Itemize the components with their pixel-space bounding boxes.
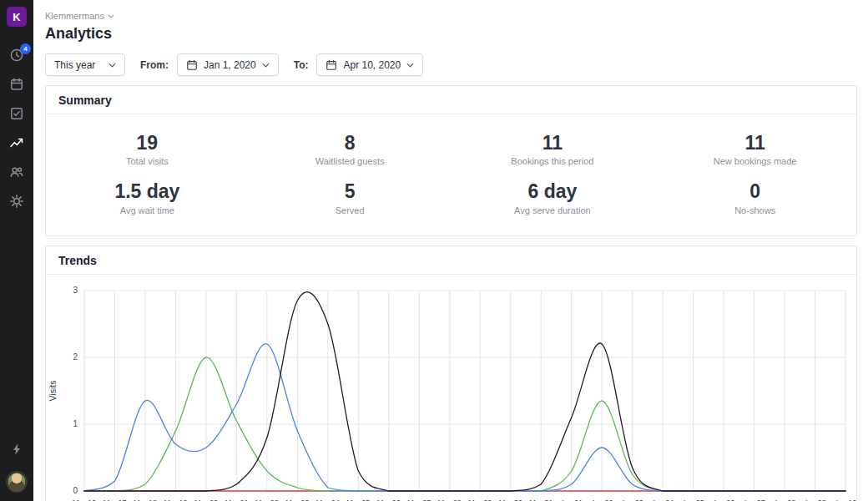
svg-text:Visits: Visits — [48, 380, 58, 401]
page-title: Analytics — [45, 25, 856, 43]
svg-text:Apr 08: Apr 08 — [774, 498, 796, 501]
sidebar-item-history[interactable]: 4 — [8, 48, 25, 65]
user-avatar[interactable] — [6, 471, 28, 493]
stat-total-visits: 19 Total visits — [46, 133, 249, 166]
svg-text:0: 0 — [73, 486, 78, 495]
svg-text:1: 1 — [73, 419, 78, 428]
svg-text:Mar 16: Mar 16 — [73, 498, 96, 501]
people-icon — [9, 164, 24, 183]
stat-waitlisted-guests: 8 Waitlisted guests — [249, 133, 452, 166]
trend-icon — [9, 135, 24, 154]
svg-text:Apr 02: Apr 02 — [591, 498, 613, 501]
trends-line-chart: 0123Mar 16Mar 17Mar 18Mar 19Mar 20Mar 21… — [46, 276, 856, 501]
summary-card: Summary 19 Total visits 8 Waitlisted gue… — [45, 85, 857, 236]
to-label: To: — [294, 59, 309, 71]
dark-series — [84, 291, 845, 490]
svg-text:Mar 24: Mar 24 — [316, 498, 340, 501]
main-content: Klemmermans Analytics This year From: Ja… — [33, 0, 868, 501]
sidebar-item-calendar[interactable] — [8, 78, 25, 94]
svg-text:Apr 05: Apr 05 — [682, 498, 704, 501]
sidebar-item-analytics[interactable] — [8, 136, 25, 153]
trends-card: Trends 0123Mar 16Mar 17Mar 18Mar 19Mar 2… — [45, 245, 857, 501]
chevron-down-icon — [108, 14, 114, 18]
svg-text:Apr 07: Apr 07 — [743, 498, 765, 501]
chevron-down-icon — [108, 63, 116, 68]
svg-text:Mar 19: Mar 19 — [164, 498, 187, 501]
svg-text:Mar 26: Mar 26 — [377, 498, 401, 501]
app-logo[interactable]: K — [7, 7, 27, 27]
filter-bar: This year From: Jan 1, 2020 To: Apr 10, … — [45, 53, 856, 76]
trends-title: Trends — [46, 246, 856, 275]
svg-text:Mar 31: Mar 31 — [529, 498, 553, 501]
svg-text:Apr 06: Apr 06 — [713, 498, 735, 501]
from-label: From: — [140, 59, 169, 71]
svg-text:Mar 28: Mar 28 — [438, 498, 462, 501]
chevron-down-icon — [262, 63, 270, 68]
from-date-picker[interactable]: Jan 1, 2020 — [177, 53, 279, 76]
svg-text:Apr 10: Apr 10 — [835, 498, 856, 501]
to-date-picker[interactable]: Apr 10, 2020 — [316, 53, 423, 76]
svg-text:Mar 17: Mar 17 — [103, 498, 126, 501]
chevron-down-icon — [406, 63, 414, 68]
svg-text:Mar 30: Mar 30 — [499, 498, 522, 501]
sidebar-item-settings[interactable] — [8, 195, 25, 211]
svg-text:Apr 04: Apr 04 — [652, 498, 674, 501]
notification-badge: 4 — [20, 43, 31, 54]
lightning-icon — [10, 443, 23, 459]
svg-text:3: 3 — [73, 286, 78, 295]
sidebar-item-guests[interactable] — [8, 165, 25, 182]
calendar-icon — [186, 59, 198, 71]
svg-text:Mar 22: Mar 22 — [255, 498, 279, 501]
svg-text:Mar 20: Mar 20 — [194, 498, 218, 501]
from-date-value: Jan 1, 2020 — [204, 59, 256, 71]
svg-text:Mar 27: Mar 27 — [407, 498, 431, 501]
stat-no-shows: 0 No-shows — [654, 181, 856, 215]
gear-icon — [9, 194, 24, 212]
svg-text:2: 2 — [73, 352, 78, 362]
svg-text:Apr 03: Apr 03 — [621, 498, 643, 501]
stat-bookings-period: 11 Bookings this period — [452, 133, 654, 166]
date-range-select[interactable]: This year — [45, 53, 125, 76]
stat-served: 5 Served — [249, 181, 452, 215]
date-range-value: This year — [54, 59, 95, 71]
summary-title: Summary — [46, 86, 856, 114]
sidebar-item-tasks[interactable] — [8, 107, 25, 124]
sidebar: K 4 — [0, 0, 33, 501]
calendar-icon — [326, 59, 337, 71]
workspace-name: Klemmermans — [45, 11, 104, 21]
stat-avg-serve: 6 day Avg serve duration — [452, 181, 654, 215]
svg-text:Apr 01: Apr 01 — [560, 498, 583, 501]
calendar-icon — [9, 77, 24, 95]
svg-text:Mar 29: Mar 29 — [468, 498, 492, 501]
stat-new-bookings: 11 New bookings made — [654, 133, 856, 166]
summary-stats: 19 Total visits 8 Waitlisted guests 11 B… — [46, 114, 856, 235]
svg-text:Apr 09: Apr 09 — [804, 498, 826, 501]
svg-text:Mar 25: Mar 25 — [346, 498, 370, 501]
svg-text:Mar 21: Mar 21 — [225, 498, 248, 501]
workspace-selector[interactable]: Klemmermans — [45, 11, 114, 21]
svg-text:Mar 18: Mar 18 — [134, 498, 157, 501]
stat-avg-wait: 1.5 day Avg wait time — [46, 181, 249, 215]
svg-text:Mar 23: Mar 23 — [285, 498, 309, 501]
to-date-value: Apr 10, 2020 — [343, 59, 401, 71]
sidebar-item-power[interactable] — [8, 443, 25, 459]
tasks-icon — [9, 106, 24, 124]
